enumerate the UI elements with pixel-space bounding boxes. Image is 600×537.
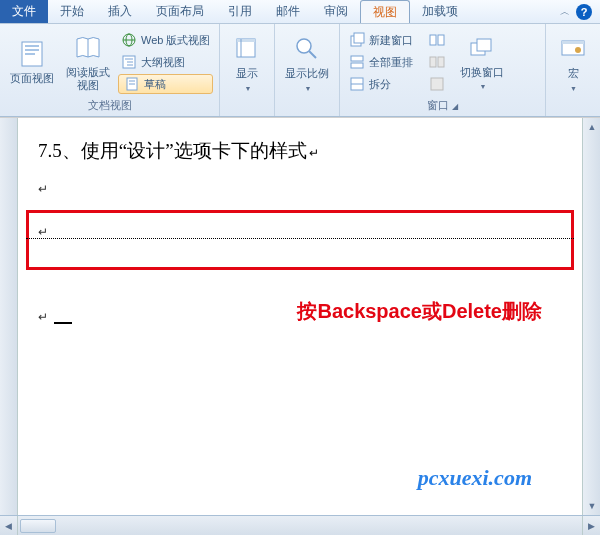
split-button[interactable]: 拆分 [346,74,416,94]
menu-right: ︿ ? [560,4,600,20]
ribbon: 页面视图 阅读版式 视图 Web 版式视图 大纲视图 [0,24,600,117]
group-show-label [226,99,268,116]
file-menu[interactable]: 文件 [0,0,48,23]
svg-rect-2 [25,49,39,51]
tab-view[interactable]: 视图 [360,0,410,23]
show-icon [231,33,263,65]
outline-view-button[interactable]: 大纲视图 [118,52,213,72]
dropdown-arrow-icon: ▼ [480,83,487,90]
annotation-text: 按Backspace或Delete删除 [297,298,542,325]
web-view-button[interactable]: Web 版式视图 [118,30,213,50]
outline-view-label: 大纲视图 [141,55,185,70]
tab-addins[interactable]: 加载项 [410,0,470,23]
svg-rect-29 [438,57,444,67]
menu-bar: 文件 开始 插入 页面布局 引用 邮件 审阅 视图 加载项 ︿ ? [0,0,600,24]
tab-review[interactable]: 审阅 [312,0,360,23]
group-window: 新建窗口 全部重排 拆分 切换窗口▼ 窗口◢ [340,24,546,116]
page-view-button[interactable]: 页面视图 [6,28,58,96]
scroll-up-icon[interactable]: ▲ [583,118,600,136]
web-view-label: Web 版式视图 [141,33,210,48]
svg-point-35 [575,47,581,53]
group-zoom: 显示比例▼ [275,24,340,116]
reset-window-icon [429,76,445,92]
reset-window-button[interactable] [426,74,448,94]
svg-rect-16 [237,39,255,42]
horizontal-scrollbar[interactable]: ◀ ▶ [0,515,600,535]
arrange-all-label: 全部重排 [369,55,413,70]
document-content[interactable]: 7.5、使用“设计”选项卡下的样式↵ ↵ ↵ ↵ 按Backspace或Dele… [18,118,582,515]
scroll-down-icon[interactable]: ▼ [583,497,600,515]
tab-insert[interactable]: 插入 [96,0,144,23]
macros-button[interactable]: 宏▼ [552,28,594,99]
help-icon[interactable]: ? [576,4,592,20]
dropdown-arrow-icon: ▼ [570,85,577,92]
group-macros-label [552,99,594,116]
svg-rect-3 [25,53,35,55]
draft-view-icon [124,76,140,92]
split-label: 拆分 [369,77,391,92]
svg-rect-27 [438,35,444,45]
vertical-ruler [0,118,18,515]
svg-point-18 [297,39,311,53]
reading-view-label: 阅读版式 视图 [66,66,110,92]
dotted-separator [26,238,574,239]
heading-text: 7.5、使用“设计”选项卡下的样式↵ [38,138,562,164]
svg-rect-34 [562,41,584,44]
annotation-box [26,210,574,270]
scroll-thumb[interactable] [20,519,56,533]
group-window-label: 窗口◢ [346,96,539,116]
split-icon [349,76,365,92]
text-cursor [54,322,72,324]
arrange-all-icon [349,54,365,70]
page-view-icon [16,38,48,70]
svg-rect-28 [430,57,436,67]
group-zoom-label [281,99,333,116]
page-view-label: 页面视图 [10,72,54,85]
draft-view-button[interactable]: 草稿 [118,74,213,94]
show-button[interactable]: 显示▼ [226,28,268,99]
draft-view-label: 草稿 [144,77,166,92]
group-show: 显示▼ [220,24,275,116]
tab-page-layout[interactable]: 页面布局 [144,0,216,23]
reading-view-button[interactable]: 阅读版式 视图 [62,28,114,96]
sync-scroll-icon [429,54,445,70]
svg-rect-32 [477,39,491,51]
svg-line-19 [309,51,316,58]
zoom-button[interactable]: 显示比例▼ [281,28,333,99]
web-view-icon [121,32,137,48]
svg-rect-22 [351,56,363,61]
new-window-icon [349,32,365,48]
svg-rect-30 [431,78,443,90]
tab-home[interactable]: 开始 [48,0,96,23]
document-area: ▲ ▼ 7.5、使用“设计”选项卡下的样式↵ ↵ ↵ ↵ 按Backspace或… [0,117,600,515]
scroll-left-icon[interactable]: ◀ [0,516,18,535]
group-document-views: 页面视图 阅读版式 视图 Web 版式视图 大纲视图 [0,24,220,116]
reading-view-icon [72,32,104,64]
collapse-ribbon-icon[interactable]: ︿ [560,5,570,19]
tab-references[interactable]: 引用 [216,0,264,23]
macros-label: 宏▼ [568,67,579,93]
new-window-label: 新建窗口 [369,33,413,48]
svg-rect-1 [25,45,39,47]
arrange-all-button[interactable]: 全部重排 [346,52,416,72]
dropdown-arrow-icon: ▼ [305,85,312,92]
switch-window-button[interactable]: 切换窗口▼ [456,28,508,96]
outline-view-icon [121,54,137,70]
side-by-side-button[interactable] [426,30,448,50]
svg-rect-21 [354,33,364,43]
scroll-right-icon[interactable]: ▶ [582,516,600,535]
watermark-text: pcxuexi.com [418,465,532,491]
paragraph-mark: ↵ [38,182,562,197]
switch-window-icon [466,32,498,64]
new-window-button[interactable]: 新建窗口 [346,30,416,50]
svg-rect-23 [351,63,363,68]
zoom-label: 显示比例▼ [285,67,329,93]
sync-scroll-button[interactable] [426,52,448,72]
vertical-scrollbar[interactable]: ▲ ▼ [582,118,600,515]
dialog-launcher-icon[interactable]: ◢ [452,102,458,111]
dropdown-arrow-icon: ▼ [245,85,252,92]
group-doc-views-label: 文档视图 [6,96,213,116]
macros-icon [557,33,589,65]
side-by-side-icon [429,32,445,48]
tab-mail[interactable]: 邮件 [264,0,312,23]
